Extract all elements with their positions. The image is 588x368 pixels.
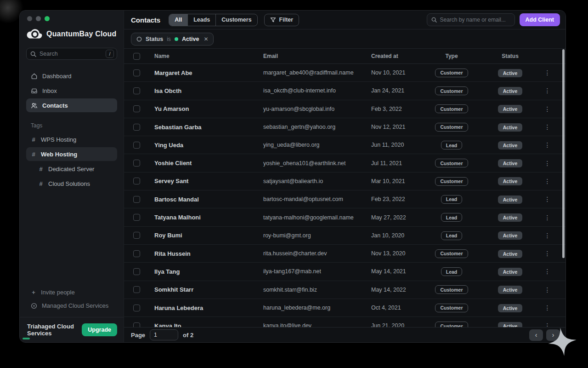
contacts-search-input[interactable] [440, 17, 510, 23]
sidebar-tag-wps-hosting[interactable]: # WPS Hosting [26, 132, 117, 146]
row-menu-button[interactable]: ⋮ [542, 250, 554, 257]
contact-email: kanya.ito@live.dev [263, 322, 371, 327]
row-checkbox[interactable] [133, 69, 140, 76]
table-scrollbar[interactable] [562, 49, 565, 258]
row-checkbox[interactable] [133, 286, 140, 293]
column-header-email[interactable]: Email [263, 53, 371, 59]
table-row[interactable]: Servey Santsatjaysant@baliearth.ioMar 10… [124, 172, 565, 190]
table-row[interactable]: Bartosc Mandalbartosc-mandal@optusnet.co… [124, 190, 565, 208]
table-row[interactable]: Yu Amarsonyu-amarson@sbcglobal.infoFeb 3… [124, 100, 565, 118]
status-filter-chip[interactable]: Status is Active ✕ [131, 33, 214, 46]
type-badge: Customer [435, 69, 468, 77]
contact-name: Yoshie Client [154, 160, 263, 167]
invite-people-button[interactable]: + Invite people [26, 286, 117, 299]
row-checkbox[interactable] [133, 232, 140, 239]
select-all-checkbox[interactable] [133, 53, 140, 60]
search-icon [431, 17, 437, 23]
previous-page-button[interactable]: ‹ [529, 329, 543, 341]
row-menu-button[interactable]: ⋮ [542, 232, 554, 239]
row-checkbox[interactable] [133, 305, 140, 311]
column-header-status[interactable]: Status [481, 53, 539, 59]
type-cell: Customer [422, 159, 481, 168]
table-row[interactable]: Ying Uedaying_ueda@libero.orgJun 11, 202… [124, 136, 565, 154]
row-checkbox[interactable] [133, 160, 140, 167]
sidebar-search[interactable]: / [26, 48, 117, 60]
sidebar-item-inbox[interactable]: Inbox [26, 84, 117, 98]
table-row[interactable]: Yoshie Clientyoshie_ohena101@earthlink.n… [124, 154, 565, 172]
table-row[interactable]: Isa Obcthisa_okcth@club-internet.infoJan… [124, 82, 565, 100]
row-menu-button[interactable]: ⋮ [542, 178, 554, 185]
column-header-name[interactable]: Name [154, 53, 263, 59]
table-row[interactable]: Ilya Tangilya-tang167@mab.netMay 14, 202… [124, 263, 565, 281]
table-row[interactable]: Roy Bumiroy-bumi@gmt.orgJan 10, 2020Lead… [124, 227, 565, 245]
status-cell: Active [481, 231, 539, 240]
sidebar-tag-web-hosting[interactable]: # Web Hosting [26, 147, 117, 161]
status-badge: Active [498, 159, 523, 167]
tab-leads[interactable]: Leads [188, 14, 216, 26]
row-menu-button[interactable]: ⋮ [542, 141, 554, 149]
row-menu-button[interactable]: ⋮ [542, 69, 554, 76]
status-cell: Active [481, 304, 539, 312]
table-row[interactable]: Margaret Abemargaret_abe400@radiffmail.n… [124, 64, 565, 82]
row-menu-button[interactable]: ⋮ [542, 160, 554, 167]
column-header-created[interactable]: Created at [371, 53, 422, 59]
status-badge: Active [498, 286, 523, 294]
type-badge: Customer [435, 249, 468, 258]
upgrade-button[interactable]: Upgrade [82, 323, 117, 336]
type-cell: Lead [422, 213, 481, 222]
row-checkbox[interactable] [133, 250, 140, 257]
sidebar-search-input[interactable] [40, 51, 102, 57]
row-menu-button[interactable]: ⋮ [542, 123, 554, 131]
table-row[interactable]: Tatyana Malhonitatyana-malhoni@googlemai… [124, 208, 565, 226]
trial-progress-fill [23, 338, 30, 339]
page-number-input[interactable] [150, 329, 178, 340]
window-close-button[interactable] [27, 16, 32, 21]
row-menu-button[interactable]: ⋮ [542, 304, 554, 311]
add-client-button[interactable]: Add Client [520, 13, 560, 26]
sidebar-item-dashboard[interactable]: Dashboard [26, 69, 117, 83]
contact-email: satjaysant@baliearth.io [263, 178, 371, 184]
table-row[interactable]: Rita Husseinrita.hussein@charter.devNov … [124, 245, 565, 263]
created-date: Jul 11, 2021 [371, 160, 422, 167]
table-row[interactable]: Somkhit Starrsomkhit.starr@fin.bizMay 14… [124, 281, 565, 299]
row-checkbox[interactable] [133, 214, 140, 221]
sidebar-tag-cloud-solutions[interactable]: # Cloud Solutions [34, 177, 117, 190]
managed-cloud-services-button[interactable]: Managed Cloud Services [26, 299, 117, 312]
table-row[interactable]: Sebastian Garbasebastian_gertn@yahoo.org… [124, 118, 565, 136]
window-zoom-button[interactable] [45, 16, 50, 21]
created-date: Jan 24, 2021 [371, 87, 422, 94]
table-row[interactable]: Kanya Itokanya.ito@live.devJun 21, 2020C… [124, 317, 565, 327]
row-menu-button[interactable]: ⋮ [542, 322, 554, 327]
row-checkbox[interactable] [133, 322, 140, 327]
row-checkbox[interactable] [133, 142, 140, 149]
row-checkbox[interactable] [133, 268, 140, 275]
column-header-type[interactable]: Type [422, 53, 481, 59]
window-minimize-button[interactable] [36, 16, 41, 21]
row-menu-button[interactable]: ⋮ [542, 214, 554, 221]
app-title: QuantumBay Cloud [46, 30, 117, 38]
tab-all[interactable]: All [169, 14, 188, 26]
row-checkbox[interactable] [133, 87, 140, 94]
row-checkbox[interactable] [133, 196, 140, 203]
type-cell: Customer [422, 249, 481, 258]
created-date: Mar 10, 2021 [371, 178, 422, 184]
sidebar-tag-dedicated-server[interactable]: # Dedicated Server [34, 162, 117, 176]
row-checkbox[interactable] [133, 178, 140, 184]
row-checkbox[interactable] [133, 105, 140, 112]
table-row[interactable]: Haruna Lebederaharuna_lebedera@me.orgOct… [124, 299, 565, 317]
contact-name: Roy Bumi [154, 232, 263, 239]
tab-customers[interactable]: Customers [216, 14, 257, 26]
row-menu-button[interactable]: ⋮ [542, 286, 554, 293]
row-menu-button[interactable]: ⋮ [542, 87, 554, 94]
row-menu-button[interactable]: ⋮ [542, 105, 554, 113]
row-checkbox[interactable] [133, 124, 140, 131]
sidebar-item-contacts[interactable]: Contacts [26, 98, 117, 112]
row-menu-button[interactable]: ⋮ [542, 268, 554, 275]
status-badge: Active [498, 304, 523, 312]
filter-button[interactable]: Filter [264, 14, 300, 26]
chip-close-icon[interactable]: ✕ [204, 36, 208, 42]
contacts-search[interactable] [427, 13, 515, 26]
status-dot-icon [175, 37, 178, 41]
created-date: Feb 3, 2022 [371, 106, 422, 112]
row-menu-button[interactable]: ⋮ [542, 196, 554, 203]
